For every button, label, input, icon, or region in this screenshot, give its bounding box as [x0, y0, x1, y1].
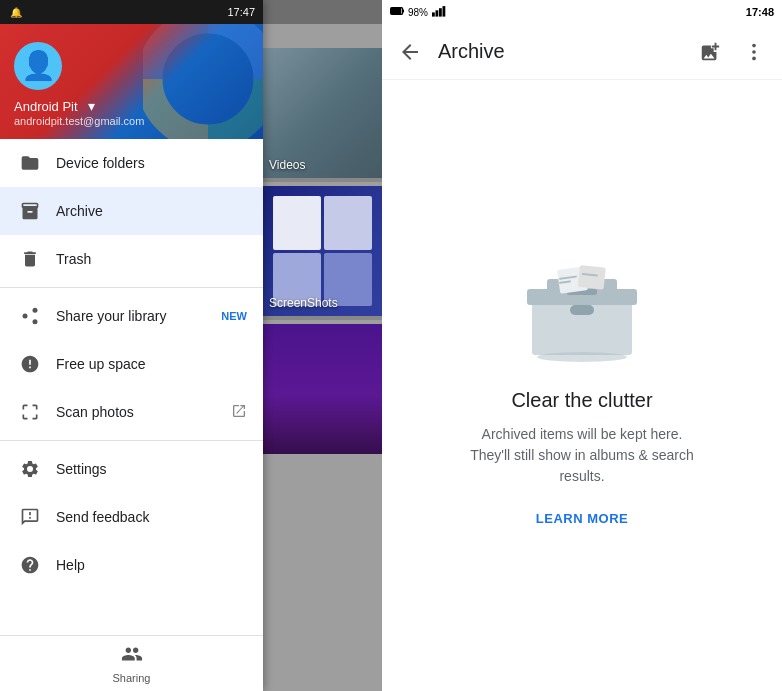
archive-heading: Clear the clutter: [511, 389, 652, 412]
sidebar-label-send-feedback: Send feedback: [56, 509, 247, 525]
sidebar-item-send-feedback[interactable]: Send feedback: [0, 493, 263, 541]
archive-content: Clear the clutter Archived items will be…: [382, 80, 782, 691]
screenshots-label: ScreenShots: [269, 296, 338, 310]
svg-point-3: [33, 319, 38, 324]
svg-rect-8: [439, 8, 442, 16]
notification-icon: 🔔: [10, 7, 22, 18]
sidebar-label-free-up-space: Free up space: [56, 356, 247, 372]
svg-rect-7: [436, 10, 439, 16]
chevron-down-icon[interactable]: ▾: [88, 98, 95, 114]
nav-divider-2: [0, 440, 263, 441]
svg-point-2: [23, 314, 28, 319]
archive-description: Archived items will be kept here. They'l…: [462, 424, 702, 487]
photo-gap-2: [263, 316, 382, 320]
svg-rect-18: [578, 265, 606, 290]
battery-icon: [390, 6, 406, 18]
svg-rect-9: [443, 6, 446, 17]
profile-header[interactable]: 👤 Android Pit ▾ androidpit.test@gmail.co…: [0, 24, 263, 139]
sidebar-item-trash[interactable]: Trash: [0, 235, 263, 283]
avatar: 👤: [14, 42, 62, 90]
sidebar-label-archive: Archive: [56, 203, 247, 219]
sidebar-item-settings[interactable]: Settings: [0, 445, 263, 493]
svg-point-1: [33, 308, 38, 313]
add-photos-button[interactable]: [690, 32, 730, 72]
svg-point-10: [752, 43, 756, 47]
photos-status-bar: [263, 0, 382, 24]
help-icon: [16, 555, 44, 575]
archive-page-title: Archive: [438, 40, 690, 63]
sidebar-label-help: Help: [56, 557, 247, 573]
archive-toolbar: Archive: [382, 24, 782, 80]
nav-list: Device folders Archive Trash Share your …: [0, 139, 263, 635]
archive-icon: [16, 201, 44, 221]
sharing-icon: [121, 643, 143, 670]
sidebar-label-settings: Settings: [56, 461, 247, 477]
nav-divider-1: [0, 287, 263, 288]
sharing-bar-label: Sharing: [113, 672, 151, 684]
settings-icon: [16, 459, 44, 479]
videos-label: Videos: [269, 158, 305, 172]
profile-email: androidpit.test@gmail.com: [14, 115, 249, 127]
profile-content: 👤 Android Pit ▾ androidpit.test@gmail.co…: [0, 24, 263, 137]
sidebar-item-archive[interactable]: Archive: [0, 187, 263, 235]
profile-name: Android Pit: [14, 99, 78, 114]
avatar-icon: 👤: [21, 52, 56, 80]
sidebar-item-help[interactable]: Help: [0, 541, 263, 589]
photo-gap: [263, 178, 382, 182]
trash-icon: [16, 249, 44, 269]
left-panel: 🔔 17:47 👤 Android Pit ▾ androidpit.test@…: [0, 0, 263, 691]
sidebar-label-device-folders: Device folders: [56, 155, 247, 171]
svg-rect-5: [391, 8, 400, 13]
svg-rect-6: [432, 12, 435, 16]
learn-more-button[interactable]: LEARN MORE: [536, 511, 628, 526]
sidebar-item-share-library[interactable]: Share your library NEW: [0, 292, 263, 340]
more-options-button[interactable]: [734, 32, 774, 72]
photos-panel: Videos ScreenShots: [263, 0, 382, 691]
toolbar-actions: [690, 32, 774, 72]
sharing-bar[interactable]: Sharing: [0, 635, 263, 691]
svg-point-11: [752, 50, 756, 54]
signal-icon-right: [432, 5, 446, 19]
status-time-left: 17:47: [227, 6, 255, 18]
status-bar-right: 98% 17:48: [382, 0, 782, 24]
svg-point-23: [537, 352, 627, 362]
screenshots-thumbnail[interactable]: ScreenShots: [263, 186, 382, 316]
sidebar-label-trash: Trash: [56, 251, 247, 267]
folder-icon: [16, 153, 44, 173]
external-link-icon: [231, 403, 247, 422]
battery-percent-right: 98%: [408, 7, 428, 18]
svg-point-12: [752, 56, 756, 60]
status-time-right: 17:48: [746, 6, 774, 18]
videos-thumbnail[interactable]: Videos: [263, 48, 382, 178]
share-icon: [16, 306, 44, 326]
svg-rect-22: [570, 305, 594, 315]
sidebar-item-free-up-space[interactable]: Free up space: [0, 340, 263, 388]
sidebar-label-scan-photos: Scan photos: [56, 404, 231, 420]
sidebar-label-share-library: Share your library: [56, 308, 213, 324]
back-button[interactable]: [390, 32, 430, 72]
extra-thumbnail[interactable]: [263, 324, 382, 454]
status-bar-left: 🔔 17:47: [0, 0, 263, 24]
free-space-icon: [16, 354, 44, 374]
archive-illustration: [512, 245, 652, 365]
feedback-icon: [16, 507, 44, 527]
archive-panel: 98% 17:48 Archive: [382, 0, 782, 691]
new-badge: NEW: [221, 310, 247, 322]
sidebar-item-scan-photos[interactable]: Scan photos: [0, 388, 263, 436]
scan-icon: [16, 402, 44, 422]
sidebar-item-device-folders[interactable]: Device folders: [0, 139, 263, 187]
